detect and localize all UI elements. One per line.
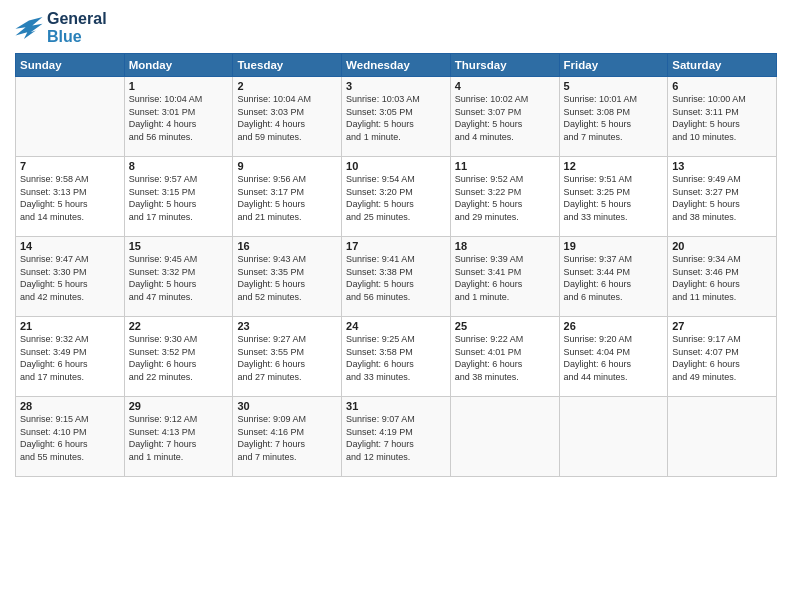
calendar-cell: 20Sunrise: 9:34 AM Sunset: 3:46 PM Dayli… [668, 237, 777, 317]
day-number: 5 [564, 80, 664, 92]
day-info: Sunrise: 9:27 AM Sunset: 3:55 PM Dayligh… [237, 333, 337, 383]
day-info: Sunrise: 9:43 AM Sunset: 3:35 PM Dayligh… [237, 253, 337, 303]
day-number: 28 [20, 400, 120, 412]
calendar-cell: 1Sunrise: 10:04 AM Sunset: 3:01 PM Dayli… [124, 77, 233, 157]
day-info: Sunrise: 9:17 AM Sunset: 4:07 PM Dayligh… [672, 333, 772, 383]
day-info: Sunrise: 9:52 AM Sunset: 3:22 PM Dayligh… [455, 173, 555, 223]
calendar-week-row: 1Sunrise: 10:04 AM Sunset: 3:01 PM Dayli… [16, 77, 777, 157]
calendar-cell: 28Sunrise: 9:15 AM Sunset: 4:10 PM Dayli… [16, 397, 125, 477]
day-number: 13 [672, 160, 772, 172]
day-info: Sunrise: 10:02 AM Sunset: 3:07 PM Daylig… [455, 93, 555, 143]
weekday-header: Wednesday [342, 54, 451, 77]
day-info: Sunrise: 10:04 AM Sunset: 3:03 PM Daylig… [237, 93, 337, 143]
day-number: 18 [455, 240, 555, 252]
day-number: 22 [129, 320, 229, 332]
calendar-cell: 17Sunrise: 9:41 AM Sunset: 3:38 PM Dayli… [342, 237, 451, 317]
header: General Blue [15, 10, 777, 45]
day-info: Sunrise: 9:58 AM Sunset: 3:13 PM Dayligh… [20, 173, 120, 223]
day-info: Sunrise: 10:04 AM Sunset: 3:01 PM Daylig… [129, 93, 229, 143]
day-number: 2 [237, 80, 337, 92]
day-number: 1 [129, 80, 229, 92]
day-number: 17 [346, 240, 446, 252]
calendar-cell: 19Sunrise: 9:37 AM Sunset: 3:44 PM Dayli… [559, 237, 668, 317]
weekday-header: Friday [559, 54, 668, 77]
day-number: 23 [237, 320, 337, 332]
day-number: 31 [346, 400, 446, 412]
day-number: 21 [20, 320, 120, 332]
calendar-week-row: 28Sunrise: 9:15 AM Sunset: 4:10 PM Dayli… [16, 397, 777, 477]
calendar-cell [668, 397, 777, 477]
day-info: Sunrise: 10:03 AM Sunset: 3:05 PM Daylig… [346, 93, 446, 143]
weekday-header: Thursday [450, 54, 559, 77]
calendar-cell: 4Sunrise: 10:02 AM Sunset: 3:07 PM Dayli… [450, 77, 559, 157]
day-number: 12 [564, 160, 664, 172]
calendar-table: SundayMondayTuesdayWednesdayThursdayFrid… [15, 53, 777, 477]
day-info: Sunrise: 9:45 AM Sunset: 3:32 PM Dayligh… [129, 253, 229, 303]
svg-marker-0 [15, 17, 42, 39]
day-info: Sunrise: 9:57 AM Sunset: 3:15 PM Dayligh… [129, 173, 229, 223]
calendar-cell: 10Sunrise: 9:54 AM Sunset: 3:20 PM Dayli… [342, 157, 451, 237]
logo: General Blue [15, 10, 107, 45]
day-info: Sunrise: 9:22 AM Sunset: 4:01 PM Dayligh… [455, 333, 555, 383]
calendar-cell: 11Sunrise: 9:52 AM Sunset: 3:22 PM Dayli… [450, 157, 559, 237]
day-info: Sunrise: 9:30 AM Sunset: 3:52 PM Dayligh… [129, 333, 229, 383]
calendar-cell [450, 397, 559, 477]
calendar-cell: 5Sunrise: 10:01 AM Sunset: 3:08 PM Dayli… [559, 77, 668, 157]
header-row: SundayMondayTuesdayWednesdayThursdayFrid… [16, 54, 777, 77]
day-number: 7 [20, 160, 120, 172]
calendar-body: 1Sunrise: 10:04 AM Sunset: 3:01 PM Dayli… [16, 77, 777, 477]
day-number: 19 [564, 240, 664, 252]
day-number: 10 [346, 160, 446, 172]
calendar-cell: 3Sunrise: 10:03 AM Sunset: 3:05 PM Dayli… [342, 77, 451, 157]
day-number: 27 [672, 320, 772, 332]
day-number: 14 [20, 240, 120, 252]
day-number: 29 [129, 400, 229, 412]
calendar-cell [16, 77, 125, 157]
day-info: Sunrise: 9:12 AM Sunset: 4:13 PM Dayligh… [129, 413, 229, 463]
day-info: Sunrise: 9:34 AM Sunset: 3:46 PM Dayligh… [672, 253, 772, 303]
calendar-week-row: 7Sunrise: 9:58 AM Sunset: 3:13 PM Daylig… [16, 157, 777, 237]
calendar-week-row: 14Sunrise: 9:47 AM Sunset: 3:30 PM Dayli… [16, 237, 777, 317]
day-info: Sunrise: 9:39 AM Sunset: 3:41 PM Dayligh… [455, 253, 555, 303]
day-info: Sunrise: 9:25 AM Sunset: 3:58 PM Dayligh… [346, 333, 446, 383]
calendar-cell: 18Sunrise: 9:39 AM Sunset: 3:41 PM Dayli… [450, 237, 559, 317]
day-number: 3 [346, 80, 446, 92]
day-number: 30 [237, 400, 337, 412]
day-info: Sunrise: 9:09 AM Sunset: 4:16 PM Dayligh… [237, 413, 337, 463]
calendar-cell: 15Sunrise: 9:45 AM Sunset: 3:32 PM Dayli… [124, 237, 233, 317]
calendar-cell: 29Sunrise: 9:12 AM Sunset: 4:13 PM Dayli… [124, 397, 233, 477]
calendar-cell: 12Sunrise: 9:51 AM Sunset: 3:25 PM Dayli… [559, 157, 668, 237]
day-number: 9 [237, 160, 337, 172]
calendar-cell: 9Sunrise: 9:56 AM Sunset: 3:17 PM Daylig… [233, 157, 342, 237]
calendar-cell: 2Sunrise: 10:04 AM Sunset: 3:03 PM Dayli… [233, 77, 342, 157]
calendar-cell: 24Sunrise: 9:25 AM Sunset: 3:58 PM Dayli… [342, 317, 451, 397]
calendar-header: SundayMondayTuesdayWednesdayThursdayFrid… [16, 54, 777, 77]
calendar-cell: 27Sunrise: 9:17 AM Sunset: 4:07 PM Dayli… [668, 317, 777, 397]
calendar-cell: 21Sunrise: 9:32 AM Sunset: 3:49 PM Dayli… [16, 317, 125, 397]
day-info: Sunrise: 9:47 AM Sunset: 3:30 PM Dayligh… [20, 253, 120, 303]
calendar-cell: 31Sunrise: 9:07 AM Sunset: 4:19 PM Dayli… [342, 397, 451, 477]
calendar-cell: 23Sunrise: 9:27 AM Sunset: 3:55 PM Dayli… [233, 317, 342, 397]
day-info: Sunrise: 10:00 AM Sunset: 3:11 PM Daylig… [672, 93, 772, 143]
day-info: Sunrise: 10:01 AM Sunset: 3:08 PM Daylig… [564, 93, 664, 143]
calendar-cell: 7Sunrise: 9:58 AM Sunset: 3:13 PM Daylig… [16, 157, 125, 237]
day-info: Sunrise: 9:56 AM Sunset: 3:17 PM Dayligh… [237, 173, 337, 223]
day-number: 25 [455, 320, 555, 332]
weekday-header: Saturday [668, 54, 777, 77]
calendar-cell: 30Sunrise: 9:09 AM Sunset: 4:16 PM Dayli… [233, 397, 342, 477]
calendar-cell: 22Sunrise: 9:30 AM Sunset: 3:52 PM Dayli… [124, 317, 233, 397]
day-info: Sunrise: 9:07 AM Sunset: 4:19 PM Dayligh… [346, 413, 446, 463]
weekday-header: Sunday [16, 54, 125, 77]
weekday-header: Tuesday [233, 54, 342, 77]
day-number: 20 [672, 240, 772, 252]
calendar-cell [559, 397, 668, 477]
weekday-header: Monday [124, 54, 233, 77]
day-info: Sunrise: 9:41 AM Sunset: 3:38 PM Dayligh… [346, 253, 446, 303]
day-number: 4 [455, 80, 555, 92]
day-number: 6 [672, 80, 772, 92]
calendar-cell: 8Sunrise: 9:57 AM Sunset: 3:15 PM Daylig… [124, 157, 233, 237]
calendar-cell: 14Sunrise: 9:47 AM Sunset: 3:30 PM Dayli… [16, 237, 125, 317]
day-number: 24 [346, 320, 446, 332]
day-info: Sunrise: 9:49 AM Sunset: 3:27 PM Dayligh… [672, 173, 772, 223]
day-number: 16 [237, 240, 337, 252]
